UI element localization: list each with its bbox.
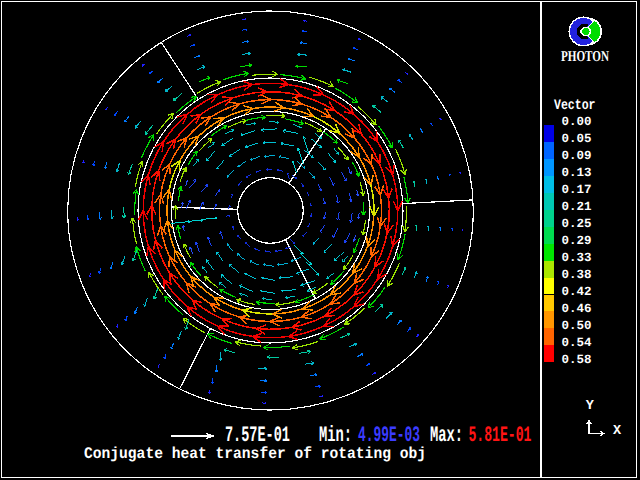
svg-text:Max:: Max: (430, 423, 463, 448)
svg-text:0.25: 0.25 (562, 217, 592, 231)
svg-text:0.38: 0.38 (562, 268, 592, 282)
svg-text:0.50: 0.50 (562, 319, 592, 333)
svg-text:0.05: 0.05 (562, 132, 592, 146)
svg-text:0.09: 0.09 (562, 149, 592, 163)
svg-text:Y: Y (586, 399, 595, 414)
svg-text:0.54: 0.54 (562, 336, 592, 350)
svg-text:0.58: 0.58 (562, 353, 592, 367)
svg-text:0.21: 0.21 (562, 200, 592, 214)
svg-text:PHOTON: PHOTON (561, 49, 609, 65)
svg-text:0.33: 0.33 (562, 251, 592, 265)
svg-text:Conjugate heat transfer of rot: Conjugate heat transfer of rotating obj (84, 445, 426, 463)
svg-text:Vector: Vector (554, 98, 596, 114)
svg-text:0.29: 0.29 (562, 234, 592, 248)
svg-text:5.81E-01: 5.81E-01 (469, 423, 532, 448)
svg-text:0.17: 0.17 (562, 183, 592, 197)
svg-text:X: X (613, 424, 622, 439)
svg-text:0.42: 0.42 (562, 285, 592, 299)
svg-text:0.13: 0.13 (562, 166, 592, 180)
svg-text:0.00: 0.00 (562, 115, 592, 129)
svg-text:0.46: 0.46 (562, 302, 592, 316)
